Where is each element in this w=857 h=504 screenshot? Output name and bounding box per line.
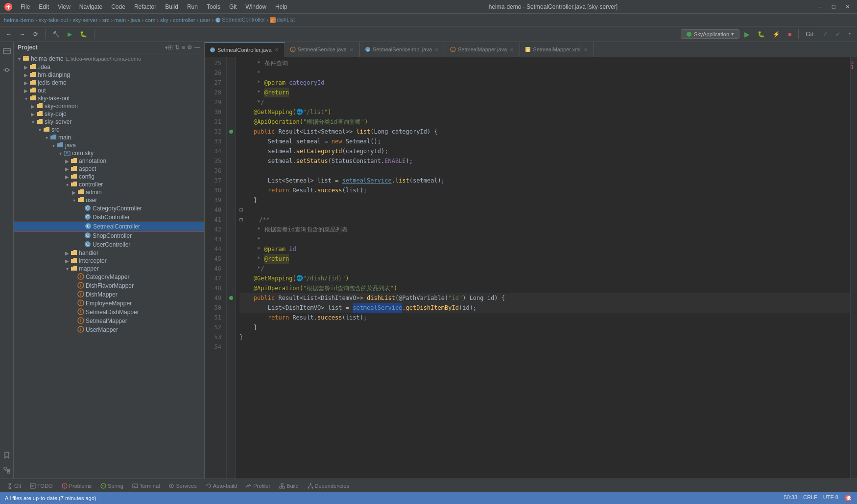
build-button[interactable]: 🔨	[49, 29, 63, 39]
tree-item-out[interactable]: ▶ out	[14, 87, 204, 94]
tree-item-category-mapper[interactable]: I CategoryMapper	[14, 273, 204, 281]
bottom-tab-problems[interactable]: Problems	[58, 482, 95, 490]
settings-icon[interactable]: ⚙	[187, 44, 192, 51]
tree-item-aspect[interactable]: ▶ aspect	[14, 165, 204, 173]
run-gutter-49[interactable]	[227, 293, 235, 303]
tab-setmeal-service[interactable]: I SetmealService.java ✕	[285, 42, 360, 57]
menu-view[interactable]: View	[54, 2, 74, 11]
commit-icon[interactable]	[0, 63, 13, 78]
tree-item-setmeal-controller[interactable]: C SetmealController	[14, 222, 204, 231]
tree-item-controller[interactable]: ▾ controller	[14, 181, 204, 188]
breadcrumb-heima-demo[interactable]: heima-demo	[4, 17, 34, 23]
tree-item-hm-dianping[interactable]: ▶ hm-dianping	[14, 71, 204, 79]
tree-item-setmeal-dish-mapper[interactable]: I SetmealDishMapper	[14, 308, 204, 317]
debug-button[interactable]: 🐛	[77, 29, 90, 39]
bottom-tab-dependencies[interactable]: Dependencies	[304, 482, 353, 490]
tree-item-com-sky[interactable]: ▾ com.sky	[14, 149, 204, 157]
sort-icon[interactable]: ⇅	[175, 44, 180, 51]
run-gutter-32[interactable]	[227, 127, 235, 137]
filter-icon[interactable]: ≡	[182, 44, 185, 51]
run-button[interactable]: ▶	[65, 29, 75, 39]
tab-setmeal-service-impl[interactable]: C SetmealServiceImpl.java ✕	[360, 42, 445, 57]
bottom-tab-terminal[interactable]: Terminal	[128, 482, 164, 490]
tree-item-jedis-demo[interactable]: ▶ jedis-demo	[14, 79, 204, 87]
menu-build[interactable]: Build	[161, 2, 182, 11]
tab-close-impl[interactable]: ✕	[434, 47, 440, 52]
tree-item-heima-demo[interactable]: ▾ heima-demo E:\idea-workspace\heima-dem…	[14, 54, 204, 63]
menu-code[interactable]: Code	[107, 2, 129, 11]
menu-window[interactable]: Window	[241, 2, 270, 11]
back-button[interactable]: ←	[3, 29, 15, 39]
tab-setmeal-mapper-xml[interactable]: X SetmealMapper.xml ✕	[520, 42, 594, 57]
breadcrumb-sky-server[interactable]: sky-server	[72, 17, 97, 23]
run-config-debug[interactable]: 🐛	[755, 29, 768, 39]
stop-button[interactable]: ■	[785, 29, 794, 39]
breadcrumb-sky[interactable]: sky	[160, 17, 168, 23]
menu-refactor[interactable]: Refactor	[130, 2, 160, 11]
git-push[interactable]: ✓	[833, 29, 843, 39]
breadcrumb-user[interactable]: user	[200, 17, 210, 23]
breadcrumb-controller[interactable]: controller	[173, 17, 195, 23]
run-config-profile[interactable]: ⚡	[770, 29, 783, 39]
breadcrumb-dishlist[interactable]: mdishList	[270, 17, 295, 23]
tab-close-mapper-java[interactable]: ✕	[509, 47, 515, 52]
code-content[interactable]: * 条件查询 * * @param categoryId * @return	[236, 57, 850, 479]
tree-item-dish-controller[interactable]: C DishController	[14, 213, 204, 222]
structure-icon[interactable]	[0, 463, 13, 479]
menu-run[interactable]: Run	[183, 2, 202, 11]
tab-close-mapper-xml[interactable]: ✕	[583, 47, 589, 52]
menu-navigate[interactable]: Navigate	[75, 2, 106, 11]
tab-close-setmeal[interactable]: ✕	[274, 47, 280, 52]
tree-item-dish-mapper[interactable]: I DishMapper	[14, 290, 204, 299]
tree-item-src[interactable]: ▾ src	[14, 126, 204, 134]
bookmarks-icon[interactable]	[0, 448, 13, 463]
forward-button[interactable]: →	[17, 29, 28, 39]
tree-item-mapper[interactable]: ▾ mapper	[14, 265, 204, 273]
menu-git[interactable]: Git	[225, 2, 240, 11]
maximize-button[interactable]: □	[829, 2, 838, 12]
tree-item-user-mapper[interactable]: I UserMapper	[14, 325, 204, 334]
tab-setmeal-mapper[interactable]: I SetmealMapper.java ✕	[445, 42, 520, 57]
git-update[interactable]: ↑	[845, 29, 854, 39]
minimize-button[interactable]: ─	[815, 2, 825, 12]
tree-item-sky-pojo[interactable]: ▶ sky-pojo	[14, 110, 204, 118]
tree-item-sky-common[interactable]: ▶ sky-common	[14, 102, 204, 110]
tree-item-admin[interactable]: ▶ admin	[14, 188, 204, 196]
breadcrumb-main[interactable]: main	[114, 17, 126, 23]
tree-item-setmeal-mapper[interactable]: I SetmealMapper	[14, 317, 204, 325]
refresh-button[interactable]: ⟳	[30, 29, 41, 39]
bottom-tab-services[interactable]: Services	[165, 482, 200, 490]
bottom-tab-spring[interactable]: S Spring	[96, 482, 127, 490]
tree-item-java[interactable]: ▾ java	[14, 141, 204, 149]
menu-help[interactable]: Help	[271, 2, 291, 11]
menu-tools[interactable]: Tools	[203, 2, 224, 11]
bottom-tab-todo[interactable]: TODO	[26, 482, 57, 490]
git-button[interactable]: Git:	[803, 29, 818, 39]
tree-item-handler[interactable]: ▶ handler	[14, 249, 204, 257]
tree-item-annotation[interactable]: ▶ annotation	[14, 157, 204, 165]
run-config-run[interactable]: ▶	[741, 29, 753, 40]
breadcrumb-src[interactable]: src	[102, 17, 110, 23]
bottom-tab-auto-build[interactable]: Auto-build	[202, 482, 241, 490]
tab-setmeal-controller[interactable]: C SetmealController.java ✕	[205, 42, 285, 57]
collapse-all-icon[interactable]: —	[194, 44, 200, 51]
tree-item-category-controller[interactable]: C CategoryController	[14, 204, 204, 213]
tree-item-dishflavor-mapper[interactable]: I DishFlavorMapper	[14, 281, 204, 290]
tree-item-user[interactable]: ▾ user	[14, 196, 204, 204]
tree-item-idea[interactable]: ▶ .idea	[14, 63, 204, 71]
tree-item-config[interactable]: ▶ config	[14, 173, 204, 181]
tree-item-sky-server[interactable]: ▾ sky-server	[14, 118, 204, 126]
breadcrumb-com[interactable]: com	[145, 17, 156, 23]
tree-item-user-controller[interactable]: C UserController	[14, 240, 204, 249]
bottom-tab-build[interactable]: Build	[275, 482, 302, 490]
breadcrumb-sky-take-out[interactable]: sky-take-out	[39, 17, 68, 23]
bottom-tab-git[interactable]: Git	[3, 482, 25, 490]
close-button[interactable]: ✕	[842, 2, 853, 12]
bottom-tab-profiler[interactable]: Profiler	[242, 482, 274, 490]
tree-item-main[interactable]: ▾ main	[14, 134, 204, 141]
breadcrumb-java[interactable]: java	[131, 17, 141, 23]
code-editor[interactable]: 25 26 27 28 29 30 31 32 33 34 35 36 37 3…	[205, 57, 857, 479]
run-config-selector[interactable]: SkyApplication ▾	[681, 29, 739, 39]
menu-edit[interactable]: Edit	[35, 2, 53, 11]
tree-item-sky-take-out[interactable]: ▾ sky-take-out	[14, 94, 204, 102]
